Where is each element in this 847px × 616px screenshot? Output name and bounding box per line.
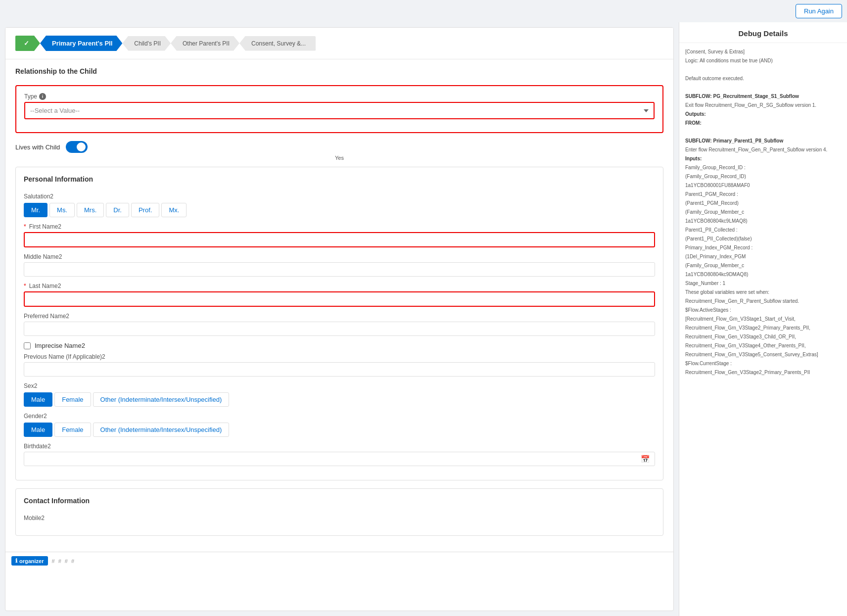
salutation-group: Salutation2 Mr. Ms. Mrs. Dr. Prof. Mx.: [24, 193, 655, 217]
preferred-name-group: Preferred Name2: [24, 313, 655, 336]
debug-line: Recruitment_Flow_Grn_V3Stage5_Consent_Su…: [685, 351, 841, 358]
hash-text: # # # #: [52, 558, 76, 564]
gender-female[interactable]: Female: [54, 423, 91, 437]
debug-line: Recruitment_Flow_Grn_V3Stage4_Other_Pare…: [685, 342, 841, 349]
debug-line: (Parent1_PII_Collected)(false): [685, 235, 841, 242]
imprecise-name-label: Imprecise Name2: [35, 342, 85, 349]
salutation-dr[interactable]: Dr.: [106, 203, 129, 217]
step-other-parents-pii[interactable]: Other Parent's PII: [171, 36, 239, 51]
step-completed[interactable]: ✓: [15, 36, 40, 51]
preferred-name-input[interactable]: [24, 322, 655, 336]
personal-section: Personal Information Salutation2 Mr. Ms.…: [15, 167, 663, 480]
debug-line: SUBFLOW: PG_Recruitment_Stage_S1_Subflow: [685, 93, 841, 100]
previous-name-group: Previous Name (If Applicable)2: [24, 353, 655, 377]
salutation-mr[interactable]: Mr.: [24, 203, 47, 217]
left-panel: ✓ Primary Parent's PII Child's PII Other…: [0, 22, 679, 616]
mobile-label: Mobile2: [24, 515, 655, 521]
gender-label: Gender2: [24, 413, 655, 420]
debug-line: Family_Group_Record_ID :: [685, 164, 841, 171]
debug-line: [Consent, Survey & Extras]: [685, 48, 841, 55]
debug-line: Parent1_PGM_Record :: [685, 190, 841, 198]
debug-line: Primary_Index_PGM_Record :: [685, 244, 841, 251]
salutation-mx[interactable]: Mx.: [161, 203, 187, 217]
salutation-prof[interactable]: Prof.: [131, 203, 159, 217]
middle-name-group: Middle Name2: [24, 253, 655, 277]
first-name-group: * First Name2: [24, 223, 655, 247]
gender-male[interactable]: Male: [24, 423, 52, 437]
birthdate-group: Birthdate2 📅: [24, 443, 655, 466]
contact-section-title: Contact Information: [24, 497, 655, 508]
sex-group: Sex2 Male Female Other (Indeterminate/In…: [24, 382, 655, 407]
debug-line: [Recruitment_Flow_Grn_V3Stage1_Start_of_…: [685, 315, 841, 323]
birthdate-input[interactable]: [24, 452, 655, 466]
step-childs-pii[interactable]: Child's PII: [122, 36, 171, 51]
lives-with-child-group: Lives with Child Yes: [15, 141, 663, 161]
gender-btn-group: Male Female Other (Indeterminate/Interse…: [24, 423, 655, 437]
type-select[interactable]: --Select a Value--: [24, 102, 655, 119]
lives-with-child-toggle[interactable]: [66, 141, 88, 153]
relationship-section-title: Relationship to the Child: [15, 67, 663, 78]
calendar-icon[interactable]: 📅: [641, 455, 650, 464]
birthdate-wrapper: 📅: [24, 452, 655, 466]
run-again-button[interactable]: Run Again: [796, 4, 842, 18]
lives-with-child-row: Lives with Child: [15, 141, 663, 153]
type-label: Type i: [24, 93, 655, 100]
gender-other[interactable]: Other (Indeterminate/Intersex/Unspecifie…: [93, 423, 230, 437]
debug-line: Exit flow Recruitment_Flow_Gen_R_SG_Subf…: [685, 101, 841, 109]
lives-with-child-yes: Yes: [15, 155, 663, 161]
last-name-input[interactable]: [24, 291, 655, 307]
previous-name-input[interactable]: [24, 362, 655, 377]
debug-line: 1a1YCBO80804kc9LMAQ8): [685, 217, 841, 225]
debug-line: [685, 84, 841, 91]
bottom-bar: ℹ organizer # # # #: [5, 552, 673, 569]
info-badge-icon: ℹ: [15, 558, 17, 564]
contact-section: Contact Information Mobile2: [15, 488, 663, 536]
debug-line: (Family_Group_Member_c: [685, 262, 841, 269]
debug-line: (Parent1_PGM_Record): [685, 199, 841, 207]
debug-line: Recruitment_Flow_Gen_R_Parent_Subflow st…: [685, 297, 841, 305]
debug-line: Stage_Number : 1: [685, 280, 841, 287]
debug-line: Outputs:: [685, 110, 841, 118]
debug-line: Default outcome executed.: [685, 75, 841, 82]
top-bar: Run Again: [0, 0, 847, 22]
debug-line: (Family_Group_Record_ID): [685, 173, 841, 180]
debug-line: Recruitment_Flow_Gen_V3Stage3_Child_OR_P…: [685, 333, 841, 340]
debug-line: Enter flow Recruitment_Flow_Gen_R_Parent…: [685, 146, 841, 153]
birthdate-label: Birthdate2: [24, 443, 655, 450]
app-wrapper: Run Again ✓ Primary Parent's PII Child's…: [0, 0, 847, 616]
sex-male[interactable]: Male: [24, 392, 52, 407]
personal-section-title: Personal Information: [24, 175, 655, 186]
debug-line: Recruitment_Flow_Grn_V3Stage2_Primary_Pa…: [685, 324, 841, 332]
form-container: ✓ Primary Parent's PII Child's PII Other…: [5, 27, 674, 611]
salutation-ms[interactable]: Ms.: [49, 203, 75, 217]
step-consent-survey[interactable]: Consent, Survey &...: [239, 36, 316, 51]
debug-header: Debug Details: [679, 22, 847, 43]
last-name-group: * Last Name2: [24, 283, 655, 307]
previous-name-label: Previous Name (If Applicable)2: [24, 353, 655, 360]
debug-content[interactable]: [Consent, Survey & Extras]Logic: All con…: [679, 43, 847, 616]
form-body: Relationship to the Child Type i --Selec…: [5, 59, 673, 552]
sex-other[interactable]: Other (Indeterminate/Intersex/Unspecifie…: [93, 392, 230, 407]
salutation-label: Salutation2: [24, 193, 655, 200]
imprecise-name-row: Imprecise Name2: [24, 342, 655, 349]
sex-female[interactable]: Female: [54, 392, 91, 407]
wizard-steps: ✓ Primary Parent's PII Child's PII Other…: [5, 28, 673, 59]
type-info-icon[interactable]: i: [39, 93, 46, 100]
imprecise-name-checkbox[interactable]: [24, 342, 31, 349]
right-panel: Debug Details [Consent, Survey & Extras]…: [679, 22, 847, 616]
debug-line: 1a1YCBO80804kc9DMAQ8): [685, 271, 841, 278]
sex-btn-group: Male Female Other (Indeterminate/Interse…: [24, 392, 655, 407]
step-primary-parent-pii[interactable]: Primary Parent's PII: [40, 36, 122, 51]
debug-line: $Flow.CurrentStage :: [685, 360, 841, 367]
debug-line: [685, 128, 841, 136]
debug-line: $Flow.ActiveStages :: [685, 306, 841, 314]
debug-line: SUBFLOW: Primary_Parent1_PII_Subflow: [685, 137, 841, 144]
salutation-mrs[interactable]: Mrs.: [77, 203, 104, 217]
sex-label: Sex2: [24, 382, 655, 389]
first-name-input[interactable]: [24, 232, 655, 247]
middle-name-input[interactable]: [24, 262, 655, 277]
debug-line: Recruitment_Flow_Gen_V3Stage2_Primary_Pa…: [685, 369, 841, 376]
debug-line: Logic: All conditions must be true (AND): [685, 57, 841, 64]
first-name-label: * First Name2: [24, 223, 655, 230]
debug-line: These global variables were set when:: [685, 288, 841, 296]
